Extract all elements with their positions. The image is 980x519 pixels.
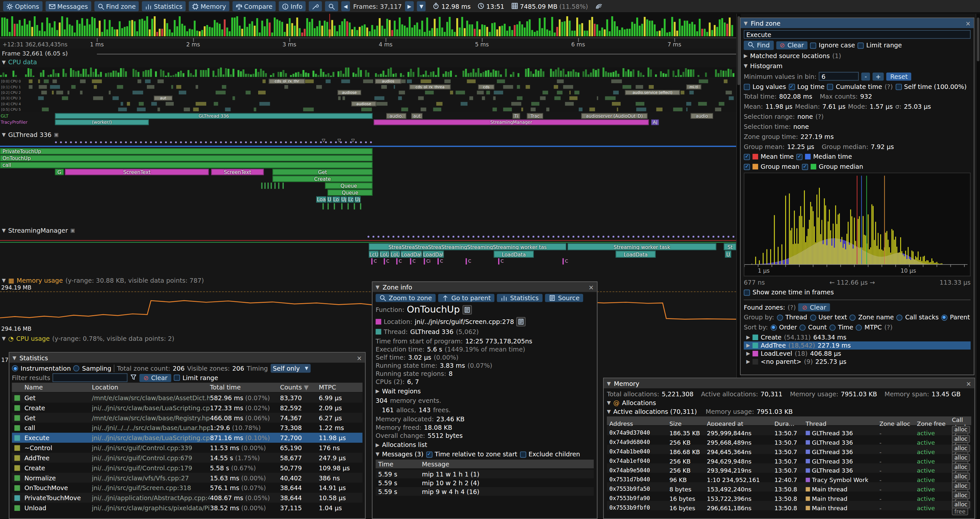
- cpu-thread-zone[interactable]: (worker/): [55, 120, 149, 125]
- zone-loa[interactable]: Loa: [316, 196, 326, 203]
- message-tick[interactable]: C: [438, 259, 443, 265]
- cpu-zone[interactable]: cds: [478, 85, 494, 89]
- cpu-core-row[interactable]: [0:2] CPU 2audioseaudio.service (effect): [0, 90, 736, 95]
- collapse-icon[interactable]: ▼: [607, 380, 611, 386]
- cpu-tracyprofiler-row[interactable]: TracyProfiler(worker/)StreamingManagerAj: [0, 120, 736, 125]
- toolbar-messages-button[interactable]: Messages: [45, 1, 91, 11]
- stats-row-unload[interactable]: Unloadjni/../jni/src/claw/graphics/pixel…: [12, 503, 363, 513]
- copy-icon[interactable]: [517, 317, 526, 327]
- cpu-thread-zone[interactable]: Aj: [651, 120, 659, 125]
- clear-groups-button[interactable]: ⊘Clear: [799, 303, 830, 311]
- zone-st[interactable]: St: [724, 243, 737, 250]
- collapse-icon[interactable]: ▼: [744, 21, 748, 26]
- message-tick[interactable]: C: [383, 259, 389, 265]
- min-bin-increase-button[interactable]: +: [872, 72, 884, 80]
- zone-lou[interactable]: LoU: [379, 251, 390, 258]
- stats-row--control[interactable]: ~Controljni/../jni/src/guif/Control.cpp:…: [12, 443, 363, 453]
- frame-info-row[interactable]: Frame 32,661 (6.05 s): [2, 50, 737, 58]
- zone-loaddau[interactable]: LoadDaU: [401, 251, 422, 258]
- prev-frame-button[interactable]: ◀: [341, 1, 350, 11]
- cpu-core-row[interactable]: [0:0] CPU 0cds_ol_rx_thraudios: [0, 79, 736, 84]
- mean-time-checkbox[interactable]: [744, 153, 750, 160]
- toolbar-capture-button[interactable]: [325, 1, 338, 11]
- stats-row-call[interactable]: calljni/../jni/../../../src/claw/base/Lu…: [12, 423, 363, 433]
- close-icon[interactable]: ×: [966, 380, 971, 386]
- allocation-row[interactable]: 0x7553b9fa508 bytes153,492,240ns13:50.8M…: [607, 482, 971, 492]
- cpu-thread-zone[interactable]: StreamingManager: [374, 120, 649, 125]
- expand-icon[interactable]: ▶: [375, 442, 379, 447]
- alloc-callstack-button[interactable]: alloc: [952, 426, 970, 433]
- log-values-checkbox[interactable]: [744, 83, 750, 89]
- found-zone-group--no-parent-[interactable]: ▶<no parent>(9)225.73 µs: [744, 358, 970, 366]
- sampling-radio[interactable]: [73, 365, 80, 371]
- found-zone-group-loadlevel[interactable]: ▶LoadLevel(18)406.88 µs: [744, 350, 970, 358]
- close-icon[interactable]: ×: [589, 284, 594, 291]
- allocation-row[interactable]: 0x74ab1ef040256 KB294,629,948ns13:50.7GL…: [607, 454, 971, 463]
- ignore-case-checkbox[interactable]: [810, 42, 816, 48]
- statistics-titlebar[interactable]: ▼ Statistics ×: [10, 353, 365, 363]
- message-tick[interactable]: C: [396, 259, 402, 265]
- toolbar-statistics-button[interactable]: Statistics: [142, 1, 186, 11]
- message-tick[interactable]: C: [498, 259, 504, 265]
- zone-privatetouchup[interactable]: PrivateTouchUp: [0, 149, 372, 155]
- expand-icon[interactable]: ▶: [744, 53, 748, 59]
- wait-regions-row[interactable]: ▶ Wait regions: [375, 387, 594, 395]
- collapse-icon[interactable]: ▼: [13, 355, 16, 360]
- zone-streaming-worker-task[interactable]: Streaming worker task: [568, 243, 716, 250]
- cpu-thread-zone[interactable]: audio: [691, 113, 713, 119]
- zoom-to-zone-button[interactable]: Zoom to zone: [375, 294, 436, 302]
- exclude-children-checkbox[interactable]: [520, 451, 526, 457]
- zone-create[interactable]: Create: [272, 176, 372, 182]
- zone-screentext[interactable]: ScreenText: [211, 169, 264, 175]
- filter-input[interactable]: [53, 373, 128, 382]
- window-scrollbar[interactable]: [976, 14, 980, 519]
- zone-call[interactable]: call: [0, 162, 372, 168]
- cpu-zone[interactable]: cds_ol_rx_threa: [409, 85, 450, 89]
- zone-loaddata[interactable]: LoadData: [494, 251, 534, 258]
- zone-g[interactable]: G: [55, 169, 64, 175]
- zone-name-radio[interactable]: [850, 314, 856, 320]
- alloc-callstack-button[interactable]: alloc: [952, 435, 970, 443]
- alloc-callstack-button[interactable]: alloc: [952, 445, 970, 452]
- cpu-data-header[interactable]: ▼ CPU data: [2, 59, 37, 65]
- memory-usage-header[interactable]: ▼ ▦ Memory usage (y-range: 30.88 KB, vis…: [2, 277, 204, 284]
- parent-radio[interactable]: [941, 314, 947, 320]
- count-radio[interactable]: [799, 324, 805, 331]
- memory-usage-plot[interactable]: [0, 291, 736, 325]
- pin-icon[interactable]: ▣: [70, 228, 75, 233]
- location-value[interactable]: jni/../jni/src/guif/Screen.cpp:278: [415, 318, 514, 325]
- min-bin-input[interactable]: [819, 72, 859, 81]
- cpu-core-row[interactable]: [0:3] CPU 3aut: [0, 96, 736, 101]
- message-tick[interactable]: C: [466, 259, 471, 265]
- cpu-usage-header[interactable]: ▼ ◔ CPU usage (y-range: 0.78%, visible d…: [2, 335, 175, 342]
- close-icon[interactable]: ×: [357, 354, 362, 361]
- statistics-button[interactable]: Statistics: [497, 294, 542, 302]
- memory-table-header[interactable]: AddressSizeAppeared atDura...ThreadZone …: [607, 417, 971, 425]
- message-tick[interactable]: C: [410, 259, 415, 265]
- next-frame-button[interactable]: ▶: [405, 1, 414, 11]
- allocations-section-row[interactable]: ▼ @ Allocations: [607, 399, 971, 407]
- allocation-row[interactable]: 0x7553b9fbf016 bytes296,661,186ns13:50.8…: [607, 501, 971, 510]
- go-to-parent-button[interactable]: Go to parent: [438, 294, 495, 302]
- zone-info-titlebar[interactable]: ▼ Zone info ×: [372, 282, 597, 292]
- zone-lcu[interactable]: LcU: [369, 251, 379, 258]
- zone-ontouchup[interactable]: OnTouchUp: [0, 155, 372, 161]
- stats-row-create[interactable]: Createjni/../jni/src/guif/Control.cpp:17…: [12, 463, 363, 473]
- group-median-checkbox[interactable]: [802, 164, 808, 170]
- found-zone-group-create[interactable]: ▶Create(54,131)643.34 ms: [744, 333, 970, 342]
- thread-radio[interactable]: [777, 314, 783, 320]
- instrumentation-radio[interactable]: [12, 365, 18, 371]
- allocation-row[interactable]: 0x74a9d37040186.35 KB295,999,844ns13:50.…: [607, 426, 971, 435]
- alloc-callstack-button[interactable]: alloc: [952, 492, 970, 499]
- cpu-zone[interactable]: cds_ol_rx_thr: [269, 79, 305, 84]
- alloc-callstack-button[interactable]: alloc: [952, 454, 970, 462]
- cpu-zone[interactable]: mi.tl: [686, 85, 701, 89]
- zone-lou[interactable]: LoU: [390, 251, 400, 258]
- show-zone-time-checkbox[interactable]: [744, 289, 750, 295]
- allocation-row[interactable]: 0x74a9d68040256 KB295,668,489ns13:50.7GL…: [607, 435, 971, 445]
- frames-overview-strip[interactable]: [0, 14, 736, 37]
- memory-titlebar[interactable]: ▼ Memory ×: [604, 378, 975, 388]
- matched-locations-row[interactable]: ▶ Matched source locations (1): [744, 52, 970, 60]
- allocations-list-row[interactable]: ▶ Allocations list: [375, 441, 594, 449]
- find-zone-histogram[interactable]: 1 µs10 µs: [744, 172, 970, 276]
